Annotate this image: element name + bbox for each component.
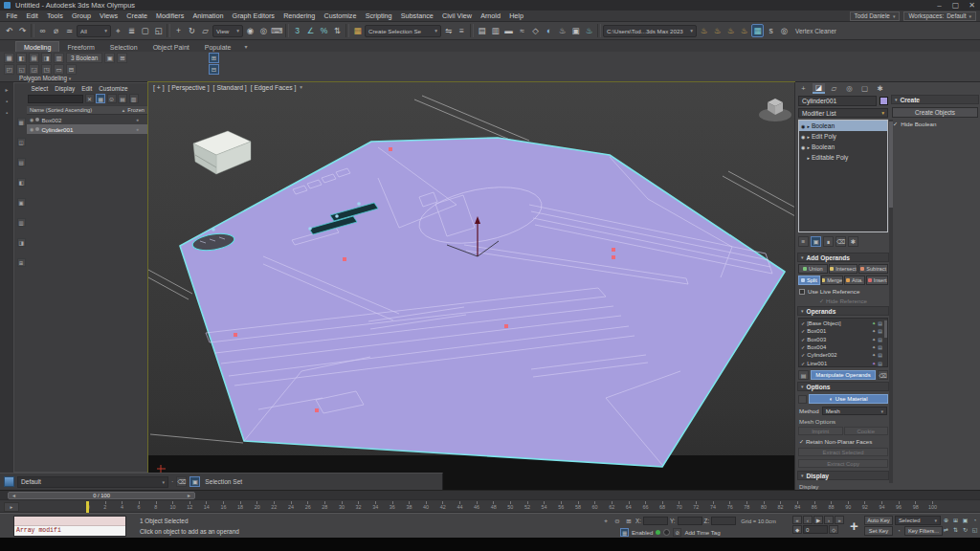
operand-extract-icon[interactable]: ▤: [878, 352, 882, 358]
explorer-shape-icon[interactable]: ▥: [17, 218, 26, 227]
selection-filter-dropdown[interactable]: All: [77, 25, 111, 37]
timeline-tick[interactable]: 0: [88, 500, 105, 514]
menu-item[interactable]: Edit: [22, 11, 43, 20]
keyboard-override-icon[interactable]: ⌨: [271, 24, 283, 37]
maximize-button[interactable]: ▢: [947, 0, 964, 11]
object-color-swatch[interactable]: [880, 97, 888, 105]
toggle-scene-explorer-icon[interactable]: ▤: [476, 24, 488, 37]
modifier-stack-row[interactable]: ◉ ▸ Boolean: [799, 121, 887, 131]
poly-tool-icon-2[interactable]: ◧: [16, 53, 27, 63]
percent-snap-icon[interactable]: %: [318, 24, 330, 37]
poly-tool-icon-3[interactable]: ▤: [29, 53, 39, 63]
render-still-icon[interactable]: ♨: [724, 24, 737, 37]
viewport-canvas[interactable]: [148, 82, 794, 490]
operand-mode-button[interactable]: Intersect: [829, 264, 858, 274]
add-time-tag-label[interactable]: Add Time Tag: [684, 529, 720, 536]
ribbon-tab[interactable]: Populate: [197, 42, 239, 52]
material-option-toggle[interactable]: [798, 395, 807, 404]
explorer-material-icon[interactable]: ◧: [17, 178, 26, 187]
toggle-layer-explorer-icon[interactable]: ▥: [489, 24, 501, 37]
poly-tool-icon-9[interactable]: ◱: [16, 64, 27, 75]
menu-item[interactable]: Customize: [320, 11, 361, 20]
previous-key-icon[interactable]: ◄: [11, 493, 16, 498]
named-selection-sets-dropdown[interactable]: Create Selection Se: [365, 25, 441, 37]
state-sets-icon[interactable]: ▦: [751, 24, 764, 37]
delete-selection-set-icon[interactable]: ⌫: [176, 476, 187, 487]
play-icon[interactable]: ▶: [813, 516, 823, 524]
render-flipbook-icon[interactable]: ♨: [711, 24, 724, 37]
search-input[interactable]: [28, 95, 83, 103]
operand-mode-button[interactable]: Union: [798, 264, 828, 274]
menu-item[interactable]: Arnold: [477, 11, 505, 20]
set-key-button[interactable]: Set Key: [864, 526, 893, 536]
poly-tool-icon-12[interactable]: ▭: [54, 64, 64, 75]
hide-boolean-row[interactable]: ✓ Hide Boolean: [891, 118, 979, 127]
command-panel-scrollbar[interactable]: [889, 120, 893, 483]
filter-icon[interactable]: ▦: [96, 94, 105, 103]
operand-checkbox[interactable]: ✓: [801, 344, 805, 350]
name-column-header[interactable]: Name (Sorted Ascending): [30, 107, 122, 113]
material-editor-icon[interactable]: ◐: [543, 24, 555, 37]
method-dropdown[interactable]: Mesh ▾: [822, 407, 887, 415]
mirror-icon[interactable]: ⇋: [442, 24, 455, 37]
poly-tool-icon-13[interactable]: ⊟: [66, 64, 77, 75]
menu-item[interactable]: Civil View: [437, 11, 476, 20]
poly-tool-icon-6[interactable]: ▣: [104, 53, 115, 63]
eye-icon[interactable]: ◉: [30, 117, 33, 122]
ribbon-tab[interactable]: Object Paint: [145, 42, 197, 52]
selection-lock-icon[interactable]: ⊙: [612, 518, 622, 525]
current-frame-field[interactable]: 0: [803, 525, 828, 534]
window-crossing-icon[interactable]: ◱: [152, 24, 165, 37]
show-end-result-icon[interactable]: ▣: [811, 236, 821, 247]
key-mode-toggle-icon[interactable]: ◆: [792, 525, 802, 534]
maximize-viewport-icon[interactable]: ◱: [970, 525, 979, 534]
absolute-relative-icon[interactable]: ⊞: [624, 518, 634, 525]
select-object-icon[interactable]: ⌖: [112, 24, 124, 37]
align-icon[interactable]: ≡: [456, 24, 468, 37]
zoom-icon[interactable]: ⊕: [942, 516, 950, 524]
operand-row[interactable]: ✓ Cylinder002 ✦ ▤: [801, 351, 882, 359]
y-coordinate-field[interactable]: [678, 517, 702, 525]
modifier-stack-row[interactable]: ◉ ▸ Editable Poly: [799, 152, 887, 163]
add-operands-rollout-header[interactable]: ▾ Add Operands: [797, 253, 889, 262]
menu-item[interactable]: Rendering: [279, 11, 320, 20]
menu-item[interactable]: Create: [122, 11, 152, 20]
viewport-general-menu[interactable]: [ + ]: [153, 84, 165, 91]
select-and-rotate-icon[interactable]: ↻: [186, 24, 198, 37]
lock-explorer-icon[interactable]: ⊙: [107, 94, 117, 103]
ribbon-minimize-icon[interactable]: ▾: [244, 43, 247, 52]
menu-item[interactable]: Help: [505, 11, 528, 20]
listener-line[interactable]: Array modifi: [14, 526, 125, 536]
viewport-pov-menu[interactable]: [ Perspective ]: [168, 84, 210, 91]
render-sequence-icon[interactable]: ♨: [738, 24, 750, 37]
frozen-column-header[interactable]: Frozen: [127, 107, 145, 113]
bind-to-space-warp-icon[interactable]: ≃: [63, 24, 76, 37]
previous-frame-icon[interactable]: ‹: [803, 516, 813, 524]
explorer-object-row[interactable]: ◉ Cylinder001 ●: [27, 124, 147, 134]
user-account-dropdown[interactable]: Todd Daniele ▾: [850, 11, 901, 21]
menu-item[interactable]: Modifiers: [152, 11, 189, 20]
selection-set-dropdown[interactable]: Default ▾: [17, 476, 168, 488]
schematic-view-icon[interactable]: ◇: [529, 24, 542, 37]
select-by-name-icon[interactable]: ≣: [125, 24, 138, 37]
z-coordinate-field[interactable]: [711, 517, 736, 525]
modifier-stack-row[interactable]: ◉ ▸ Edit Poly: [799, 131, 887, 142]
timeline-tick[interactable]: 6: [139, 500, 156, 514]
next-frame-icon[interactable]: ›: [824, 516, 834, 524]
display-rollout-header[interactable]: ▾ Display: [797, 471, 889, 480]
modifier-stack-row[interactable]: ◉ ▸ Boolean: [799, 142, 887, 152]
expand-icon[interactable]: ▸: [807, 144, 810, 150]
explorer-column-headers[interactable]: Name (Sorted Ascending) ▲ Frozen: [27, 105, 147, 115]
angle-snap-icon[interactable]: ∠: [304, 24, 317, 37]
operand-checkbox[interactable]: ✓: [801, 320, 805, 326]
poly-tool-icon-1[interactable]: ▦: [4, 53, 14, 63]
operand-list-scrollbar[interactable]: [884, 320, 887, 338]
operand-row[interactable]: ✓ Box001 ✦ ▤: [801, 327, 882, 335]
status-panel-plus-icon[interactable]: +: [846, 517, 862, 534]
clear-search-icon[interactable]: ✕: [85, 94, 95, 103]
operand-row[interactable]: ✓ Box004 ✦ ▤: [801, 343, 882, 351]
pan-icon[interactable]: ⇄: [942, 525, 950, 534]
explorer-hierarchy-icon[interactable]: ◫: [17, 138, 26, 146]
walk-through-icon[interactable]: ⇅: [951, 525, 960, 534]
timeline-ruler[interactable]: 0 2 4 6 8 10: [88, 500, 949, 514]
